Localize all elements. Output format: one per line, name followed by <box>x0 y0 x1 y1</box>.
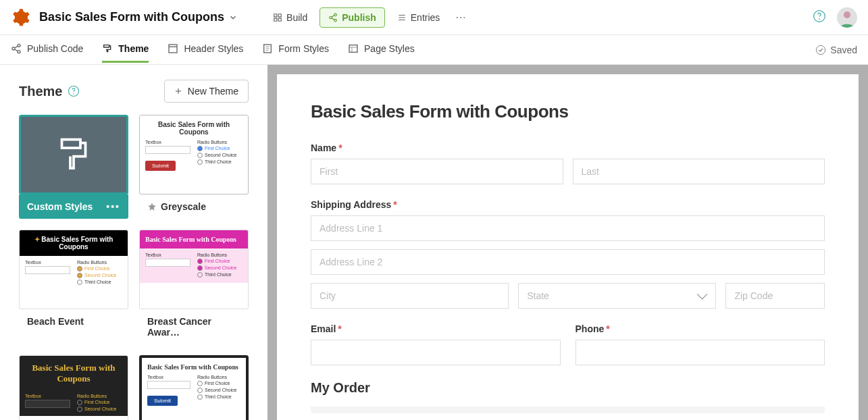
subnav-tabs: Publish Code Theme Header Styles Form St… <box>0 35 868 65</box>
help-circle-icon <box>813 9 826 23</box>
app-title[interactable]: Basic Sales Form with Coupons <box>39 10 238 24</box>
user-avatar[interactable] <box>837 7 857 28</box>
theme-card-beach-event[interactable]: ✦ Basic Sales Form with Coupons Textbox … <box>19 230 128 344</box>
help-circle-icon <box>68 85 80 97</box>
paint-roller-icon <box>53 134 94 175</box>
tab-header-styles[interactable]: Header Styles <box>168 36 243 63</box>
theme-label: Beach Event <box>27 316 84 327</box>
phone-label: Phone* <box>576 323 825 334</box>
tab-theme[interactable]: Theme <box>102 36 149 63</box>
dots-horizontal-icon <box>455 11 467 24</box>
svg-point-4 <box>819 18 820 20</box>
form-canvas-area: Basic Sales Form with Coupons Name* Firs… <box>267 65 868 420</box>
saved-indicator: Saved <box>815 45 857 55</box>
theme-card-breast-cancer[interactable]: Basic Sales Form with Coupons Textbox Ra… <box>139 230 249 344</box>
address-line-1-input[interactable]: Address Line 1 <box>311 215 825 241</box>
last-name-input[interactable]: Last <box>573 159 825 184</box>
state-select[interactable]: State <box>518 283 716 309</box>
svg-point-2 <box>463 16 465 18</box>
plus-icon <box>174 87 182 95</box>
tab-label: Publish Code <box>27 43 83 54</box>
thumb-title: Basic Sales Form with Coupons <box>145 121 242 136</box>
phone-input[interactable] <box>576 340 825 365</box>
order-box <box>311 406 825 413</box>
form-icon <box>262 43 273 54</box>
form-title: Basic Sales Form with Coupons <box>311 101 825 122</box>
tab-label: Theme <box>118 43 149 54</box>
share-icon <box>11 43 22 54</box>
list-icon <box>397 13 407 22</box>
theme-options-button[interactable]: ••• <box>106 201 120 212</box>
build-button[interactable]: Build <box>265 8 315 27</box>
theme-card-custom-styles[interactable]: Custom Styles ••• <box>19 115 128 219</box>
email-label: Email* <box>311 323 561 334</box>
share-icon <box>328 13 338 22</box>
page-icon <box>348 43 359 54</box>
tab-label: Header Styles <box>184 43 243 54</box>
more-button[interactable] <box>455 11 467 24</box>
theme-card-extra-2[interactable]: Basic Sales Form with Coupons Textbox Su… <box>139 355 249 420</box>
chevron-down-icon <box>228 13 238 22</box>
svg-point-6 <box>844 11 850 18</box>
build-label: Build <box>286 12 307 23</box>
theme-label: Greyscale <box>161 201 206 212</box>
first-name-input[interactable]: First <box>311 159 563 184</box>
tab-label: Page Styles <box>364 43 415 54</box>
theme-card-extra-1[interactable]: Basic Sales Form with Coupons Textbox Ra… <box>19 355 128 420</box>
help-inline-button[interactable] <box>68 85 80 97</box>
tab-label: Form Styles <box>278 43 329 54</box>
paint-roller-icon <box>102 43 113 54</box>
order-section-title: My Order <box>311 380 825 396</box>
svg-rect-7 <box>169 45 177 53</box>
svg-point-18 <box>74 93 75 95</box>
svg-point-16 <box>817 45 825 54</box>
svg-point-0 <box>457 16 458 18</box>
address-line-2-input[interactable]: Address Line 2 <box>311 249 825 275</box>
email-input[interactable] <box>311 340 561 365</box>
theme-label: Breast Cancer Awar… <box>147 316 240 338</box>
city-input[interactable]: City <box>311 283 509 309</box>
entries-button[interactable]: Entries <box>389 8 449 27</box>
main-layout: Theme New Theme Custom Styles ••• <box>0 65 868 420</box>
app-logo-icon <box>11 8 30 27</box>
shipping-label: Shipping Address* <box>311 199 825 210</box>
zip-input[interactable]: Zip Code <box>725 283 825 309</box>
theme-card-greyscale[interactable]: Basic Sales Form with Coupons Textbox Su… <box>139 115 249 219</box>
tab-form-styles[interactable]: Form Styles <box>262 36 329 63</box>
publish-button[interactable]: Publish <box>320 7 385 28</box>
top-header: Basic Sales Form with Coupons Build Publ… <box>0 0 868 35</box>
svg-rect-13 <box>349 45 357 53</box>
new-theme-label: New Theme <box>188 86 238 97</box>
theme-label: Custom Styles <box>27 201 93 212</box>
app-title-text: Basic Sales Form with Coupons <box>39 10 224 24</box>
sidebar-title: Theme <box>19 84 62 99</box>
form-preview: Basic Sales Form with Coupons Name* Firs… <box>277 74 859 420</box>
new-theme-button[interactable]: New Theme <box>164 80 249 103</box>
publish-label: Publish <box>342 12 376 23</box>
entries-label: Entries <box>411 12 440 23</box>
layout-icon <box>273 13 282 22</box>
svg-point-1 <box>460 16 461 18</box>
tab-publish-code[interactable]: Publish Code <box>11 36 83 63</box>
tab-page-styles[interactable]: Page Styles <box>348 36 415 63</box>
help-button[interactable] <box>813 9 826 25</box>
saved-label: Saved <box>830 45 857 55</box>
name-label: Name* <box>311 142 825 153</box>
header-icon <box>168 43 178 54</box>
theme-sidebar: Theme New Theme Custom Styles ••• <box>0 65 267 420</box>
check-circle-icon <box>815 45 826 55</box>
star-icon <box>147 202 157 211</box>
